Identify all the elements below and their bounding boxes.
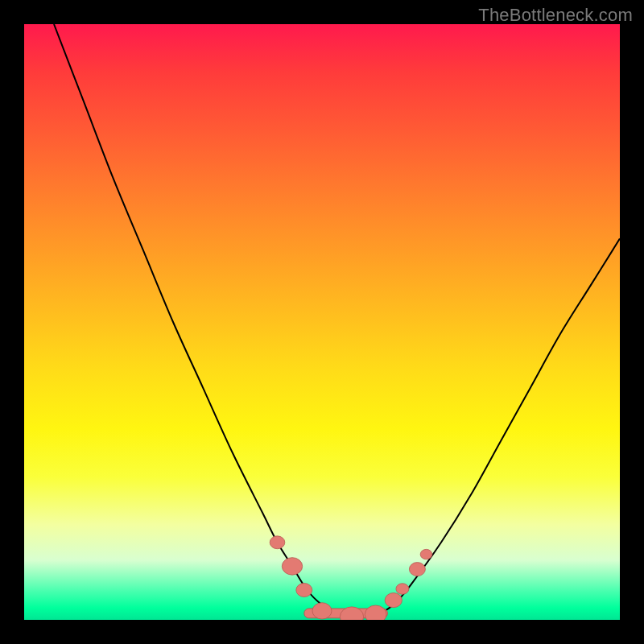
curve-marker (296, 584, 312, 597)
curve-marker (385, 593, 402, 608)
curve-marker (409, 563, 425, 576)
curve-marker (420, 549, 432, 559)
curve-marker (365, 605, 386, 620)
curve-path (54, 24, 620, 617)
curve-marker (270, 536, 285, 549)
marker-group (270, 536, 432, 620)
curve-marker (396, 584, 409, 595)
watermark-text: TheBottleneck.com (478, 5, 633, 26)
bottleneck-curve (24, 24, 620, 620)
plot-area (24, 24, 620, 620)
curve-marker (312, 603, 332, 619)
curve-marker (282, 558, 302, 576)
chart-frame: TheBottleneck.com (0, 0, 644, 644)
